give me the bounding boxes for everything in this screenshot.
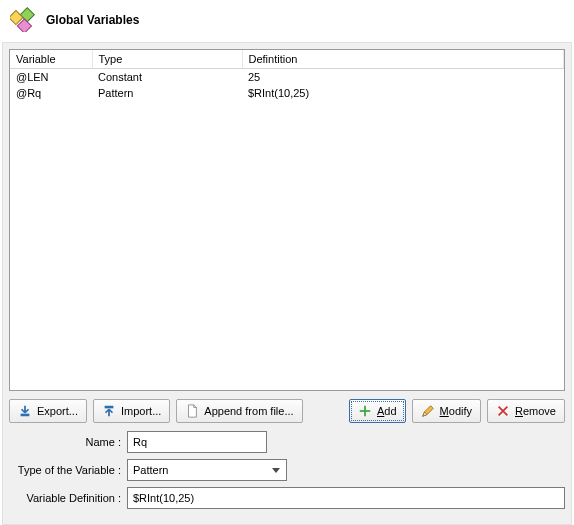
import-icon [102,404,116,418]
column-header-definition[interactable]: Defintition [242,50,564,69]
import-button[interactable]: Import... [93,399,170,423]
modify-button[interactable]: Modify [412,399,481,423]
add-button[interactable]: Add [349,399,406,423]
table-row[interactable]: @Rq Pattern $RInt(10,25) [10,85,564,101]
definition-input[interactable] [127,487,565,509]
pencil-icon [421,404,435,418]
definition-label: Variable Definition : [9,492,121,504]
button-row: Export... Import... Append from file... [9,399,565,423]
global-variables-icon [10,6,36,34]
button-label: Modify [440,405,472,417]
cell-type: Pattern [92,85,242,101]
cell-type: Constant [92,69,242,86]
cell-variable: @LEN [10,69,92,86]
dialog-header: Global Variables [0,0,574,42]
column-header-type[interactable]: Type [92,50,242,69]
button-label: Append from file... [204,405,293,417]
type-select[interactable]: Pattern [127,459,287,481]
cell-definition: $RInt(10,25) [242,85,564,101]
append-from-file-button[interactable]: Append from file... [176,399,302,423]
form-area: Name : Type of the Variable : Pattern Va… [9,431,565,509]
global-variables-dialog: Global Variables Variable Type Defintiti… [0,0,574,525]
button-label: Add [377,405,397,417]
svg-rect-4 [105,406,114,409]
svg-rect-0 [20,8,34,22]
dialog-title: Global Variables [46,13,139,27]
variables-table-container[interactable]: Variable Type Defintition @LEN Constant … [9,49,565,391]
remove-button[interactable]: Remove [487,399,565,423]
export-icon [18,404,32,418]
export-button[interactable]: Export... [9,399,87,423]
svg-rect-6 [360,410,371,412]
button-label: Export... [37,405,78,417]
type-label: Type of the Variable : [9,464,121,476]
dialog-content: Variable Type Defintition @LEN Constant … [2,42,572,525]
svg-rect-3 [21,414,30,417]
plus-icon [358,404,372,418]
button-label: Import... [121,405,161,417]
delete-icon [496,404,510,418]
file-icon [185,404,199,418]
button-label: Remove [515,405,556,417]
cell-variable: @Rq [10,85,92,101]
name-input[interactable] [127,431,267,453]
type-select-value: Pattern [133,464,168,476]
name-label: Name : [9,436,121,448]
variables-table: Variable Type Defintition @LEN Constant … [10,50,564,101]
table-row[interactable]: @LEN Constant 25 [10,69,564,86]
column-header-variable[interactable]: Variable [10,50,92,69]
cell-definition: 25 [242,69,564,86]
